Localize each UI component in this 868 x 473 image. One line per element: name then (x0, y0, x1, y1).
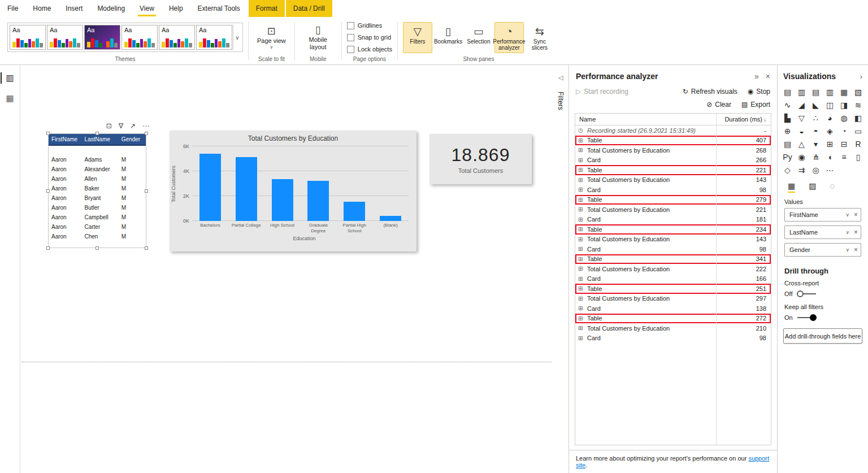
duration-column-header[interactable]: Duration (ms)↓ (717, 116, 771, 123)
clustered-column-chart-icon[interactable]: ▥ (824, 86, 836, 98)
expand-row-icon[interactable]: ⊞ (578, 167, 585, 173)
performance-row[interactable]: ⊞ Card 98 (575, 333, 771, 344)
collapse-pane-icon[interactable]: » (754, 72, 759, 81)
bar-bachelors[interactable] (199, 154, 221, 221)
performance-row[interactable]: ⊞ Card 138 (575, 303, 771, 314)
theme-thumbnail[interactable]: Aa (196, 25, 232, 50)
more-options-icon[interactable]: ⋯ (142, 122, 149, 130)
remove-field-icon[interactable]: × (854, 211, 858, 219)
show-pane-button[interactable]: ◔ Performance analyzer (494, 22, 524, 53)
bar-column[interactable] (336, 146, 372, 221)
start-recording-button[interactable]: ▷ Start recording (576, 88, 628, 96)
fields-tab[interactable]: ▦ (788, 181, 795, 193)
scatter-chart-icon[interactable]: ∴ (810, 112, 822, 124)
chevron-down-icon[interactable]: ∨ (845, 229, 849, 235)
expand-row-icon[interactable]: ⊞ (578, 216, 585, 223)
kpi-icon[interactable]: △ (796, 138, 808, 150)
filter-icon[interactable]: ∇ (119, 122, 123, 130)
theme-thumbnail[interactable]: Aa (159, 25, 195, 50)
performance-row[interactable]: ⊞ Total Customers by Education 222 (575, 264, 771, 274)
resize-handle[interactable] (46, 246, 50, 250)
ribbon-tab[interactable]: File (0, 0, 25, 17)
expand-row-icon[interactable]: ⊞ (578, 147, 585, 153)
expand-row-icon[interactable]: ⊞ (578, 236, 585, 242)
performance-row[interactable]: ⊞ Card 98 (575, 185, 771, 195)
expand-row-icon[interactable]: ⊞ (578, 335, 585, 341)
performance-row[interactable]: ⊞ Card 166 (575, 274, 771, 284)
performance-row[interactable]: ⊞ Total Customers by Education 143 (575, 175, 771, 185)
map-icon[interactable]: ⊕ (782, 125, 793, 137)
expand-row-icon[interactable]: ⊞ (578, 256, 585, 262)
donut-chart-icon[interactable]: ◍ (838, 112, 850, 124)
expand-row-icon[interactable]: ⊞ (578, 276, 585, 282)
stop-button[interactable]: ◉ Stop (748, 88, 770, 96)
ribbon-tab[interactable]: Home (25, 0, 58, 17)
python-script-icon[interactable]: Py (782, 151, 793, 163)
metrics-icon[interactable]: ◎ (810, 164, 822, 176)
line-and-clustered-column-chart-icon[interactable]: ◨ (838, 99, 850, 111)
azure-map-icon[interactable]: ◓ (810, 125, 822, 137)
bar-column[interactable] (228, 146, 264, 221)
page-option-checkbox[interactable]: Lock objects (347, 44, 392, 55)
ribbon-tab[interactable]: View (132, 0, 162, 17)
ribbon-tab[interactable]: Modeling (90, 0, 132, 17)
data-view-icon[interactable]: ▦ (0, 90, 20, 107)
expand-row-icon[interactable]: ⊞ (578, 177, 585, 183)
card-icon[interactable]: ▭ (852, 125, 864, 137)
expand-row-icon[interactable]: ⊞ (578, 305, 585, 311)
funnel-chart-icon[interactable]: ▽ (796, 112, 808, 124)
format-tab[interactable]: ▨ (809, 181, 816, 193)
page-option-checkbox[interactable]: Gridlines (347, 20, 392, 31)
remove-field-icon[interactable]: × (854, 246, 858, 254)
resize-handle[interactable] (145, 246, 148, 250)
treemap-icon[interactable]: ◧ (852, 112, 864, 124)
stacked-column-chart-icon[interactable]: ▥ (796, 86, 808, 98)
bar-column[interactable] (372, 146, 409, 221)
performance-row[interactable]: ⊞ Table 341 (575, 254, 771, 264)
collapse-visualizations-icon[interactable]: › (860, 72, 862, 81)
expand-row-icon[interactable]: ⊞ (578, 315, 585, 322)
performance-row[interactable]: ⊞ Card 266 (575, 155, 771, 166)
expand-row-icon[interactable]: ⊞ (578, 266, 585, 272)
bar--blank-[interactable] (380, 216, 401, 221)
resize-handle[interactable] (145, 132, 148, 135)
matrix-icon[interactable]: ⊟ (838, 138, 850, 150)
performance-row[interactable]: ⊞ Card 98 (575, 244, 771, 254)
theme-thumbnail[interactable]: Aa (47, 25, 83, 50)
field-well-pill[interactable]: Gender ∨ × (784, 243, 861, 257)
expand-row-icon[interactable]: ⊞ (578, 206, 585, 212)
page-option-checkbox[interactable]: Snap to grid (347, 32, 392, 43)
performance-row[interactable]: ⊞ Table 234 (575, 224, 771, 235)
stacked-area-chart-icon[interactable]: ◣ (810, 99, 822, 111)
expand-row-icon[interactable]: ⊞ (578, 157, 585, 163)
checkbox-box[interactable] (347, 34, 354, 41)
bar-column[interactable] (300, 146, 336, 221)
performance-row[interactable]: ⊞ Table 251 (575, 284, 771, 294)
table-column-header[interactable]: LastName (81, 134, 118, 145)
bar-high-school[interactable] (272, 179, 293, 221)
checkbox-box[interactable] (347, 22, 354, 29)
show-pane-button[interactable]: ▯ Bookmarks (433, 22, 463, 53)
performance-row[interactable]: ⊞ Total Customers by Education 210 (575, 323, 771, 333)
pie-chart-icon[interactable]: ◕ (824, 112, 836, 124)
bar-graduate-degree[interactable] (307, 181, 329, 222)
gauge-icon[interactable]: ◔ (838, 125, 850, 137)
ribbon-chart-icon[interactable]: ≋ (852, 99, 864, 111)
performance-row[interactable]: ⊞ Table 407 (575, 136, 771, 146)
qa-icon[interactable]: ◖ (824, 151, 836, 163)
expand-row-icon[interactable]: ⊞ (578, 197, 585, 203)
shape-map-icon[interactable]: ◈ (824, 125, 836, 137)
show-pane-button[interactable]: ⇆ Sync slicers (525, 22, 554, 53)
bar-chart-visual[interactable]: Total Customers by Education Total Custo… (170, 131, 416, 251)
resize-handle[interactable] (96, 246, 99, 250)
bar-partial-college[interactable] (236, 157, 257, 221)
performance-row[interactable]: ⊞ Total Customers by Education 268 (575, 145, 771, 155)
table-icon[interactable]: ⊞ (824, 138, 836, 150)
export-button[interactable]: ▤ Export (741, 101, 770, 109)
expand-row-icon[interactable]: ⊞ (578, 296, 585, 302)
performance-row[interactable]: ⊞ Total Customers by Education 143 (575, 235, 771, 245)
paginated-report-icon[interactable]: ▯ (852, 151, 864, 163)
power-apps-icon[interactable]: ◇ (782, 164, 793, 176)
performance-row[interactable]: ⊞ Total Customers by Education 297 (575, 294, 771, 304)
clear-button[interactable]: ⊘ Clear (706, 101, 731, 109)
